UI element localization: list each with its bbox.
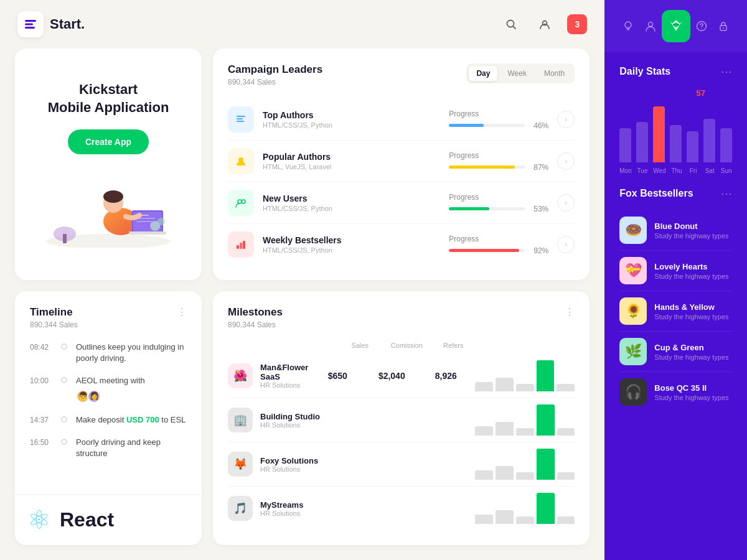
fox-item[interactable]: 🍩 Blue Donut Study the highway types bbox=[619, 210, 732, 251]
timeline-time: 14:37 bbox=[30, 414, 52, 424]
svg-point-31 bbox=[673, 24, 675, 26]
progress-pct: 53% bbox=[530, 205, 548, 213]
progress-label: Progress bbox=[449, 151, 548, 160]
bar-item bbox=[703, 119, 715, 162]
progress-bar-wrap: 46% bbox=[449, 121, 548, 130]
timeline-dot bbox=[61, 377, 67, 383]
campaign-row-arrow[interactable]: › bbox=[557, 152, 575, 170]
svg-rect-22 bbox=[237, 121, 244, 122]
ms-bar bbox=[516, 516, 534, 525]
right-panel: Daily Stats ⋯ 57 MonTueWedThuFriSatSun F… bbox=[604, 0, 747, 560]
campaign-row-tags: HTML/CSS/JS, Python bbox=[263, 205, 440, 212]
timeline-item: 14:37 Make deposit USD 700 to ESL bbox=[30, 414, 187, 426]
ms-bar bbox=[475, 515, 493, 524]
timeline-dot bbox=[61, 439, 67, 445]
react-label: React bbox=[60, 508, 114, 531]
notification-badge[interactable]: 3 bbox=[567, 14, 587, 34]
fox-item[interactable]: 🌻 Hands & Yellow Study the highway types bbox=[619, 291, 732, 332]
timeline-item: 16:50 Poorly driving and keep structure bbox=[30, 437, 187, 459]
fox-item[interactable]: 🎧 Bose QC 35 II Study the highway types bbox=[619, 372, 732, 412]
milestones-row: 🎵 MyStreams HR Solutions bbox=[228, 487, 575, 530]
daily-stats-section: Daily Stats ⋯ 57 MonTueWedThuFriSatSun bbox=[604, 52, 747, 187]
fox-items-list: 🍩 Blue Donut Study the highway types 💝 L… bbox=[619, 210, 732, 412]
progress-pct: 87% bbox=[530, 163, 548, 172]
search-icon[interactable] bbox=[500, 13, 522, 35]
bar-label: Fri bbox=[687, 167, 699, 174]
timeline-dots[interactable]: ⋮ bbox=[177, 306, 187, 318]
campaign-title: Campaign Leaders bbox=[228, 63, 322, 76]
bar-label: Mon bbox=[619, 167, 631, 174]
bar-item bbox=[720, 128, 732, 162]
profile-icon[interactable] bbox=[533, 13, 556, 35]
campaign-row-arrow[interactable]: › bbox=[557, 194, 575, 212]
icon-lock[interactable] bbox=[712, 14, 735, 39]
ms-bar bbox=[475, 470, 493, 480]
campaign-row-icon bbox=[228, 190, 254, 216]
campaign-row-icon bbox=[228, 106, 254, 133]
create-app-button[interactable]: Create App bbox=[68, 129, 149, 154]
timeline-dot bbox=[61, 343, 67, 350]
svg-rect-16 bbox=[136, 221, 152, 222]
ms-sub: HR Solutions bbox=[260, 465, 360, 473]
campaign-row-arrow[interactable]: › bbox=[557, 111, 575, 128]
svg-rect-8 bbox=[63, 234, 67, 243]
icon-bulb[interactable] bbox=[617, 14, 639, 39]
icon-question[interactable] bbox=[690, 14, 713, 39]
icon-person[interactable] bbox=[639, 14, 662, 39]
icon-fox[interactable] bbox=[662, 10, 690, 42]
progress-bar-wrap: 92% bbox=[449, 246, 548, 255]
ms-refers-col: 8,926 bbox=[424, 371, 467, 381]
ms-name: Foxy Solutions bbox=[260, 456, 360, 465]
ms-sub: HR Solutions bbox=[260, 381, 308, 389]
tab-day[interactable]: Day bbox=[469, 66, 497, 81]
svg-rect-1 bbox=[25, 24, 33, 26]
bar-fill bbox=[636, 122, 648, 162]
daily-stats-dots[interactable]: ⋯ bbox=[721, 65, 732, 78]
ms-name: Man&Flower SaaS bbox=[260, 363, 308, 381]
campaign-row-arrow[interactable]: › bbox=[557, 236, 575, 253]
react-badge: ⚛ React bbox=[15, 494, 202, 545]
campaign-row-tags: HTML, VueJS, Laravel bbox=[263, 163, 440, 170]
ms-info: Man&Flower SaaS HR Solutions bbox=[260, 363, 308, 389]
fox-thumb: 🌻 bbox=[619, 297, 647, 325]
timeline-subtitle: 890,344 Sales bbox=[30, 320, 78, 329]
ms-bar bbox=[557, 428, 575, 436]
svg-point-29 bbox=[625, 22, 631, 28]
progress-pct: 92% bbox=[530, 246, 548, 255]
fox-item[interactable]: 🌿 Cup & Green Study the highway types bbox=[619, 332, 732, 372]
main-area: Start. 3 Kickstart Mobile A bbox=[0, 0, 604, 560]
bar-fill bbox=[653, 106, 665, 162]
milestones-dots[interactable]: ⋮ bbox=[565, 306, 575, 318]
progress-bar-bg bbox=[449, 124, 525, 127]
milestones-header: Milestones 890,344 Sales ⋮ bbox=[228, 306, 575, 329]
svg-rect-26 bbox=[237, 245, 239, 249]
bar-label: Tue bbox=[637, 167, 649, 174]
progress-bar-fill bbox=[449, 124, 484, 127]
svg-rect-17 bbox=[129, 231, 166, 235]
fox-bestsellers-dots[interactable]: ⋯ bbox=[721, 187, 732, 200]
tab-week[interactable]: Week bbox=[500, 66, 533, 81]
ms-bar bbox=[516, 384, 534, 392]
fox-item-sub: Study the highway types bbox=[654, 353, 732, 361]
timeline-text: Poorly driving and keep structure bbox=[76, 437, 187, 459]
milestones-title: Milestones bbox=[228, 306, 283, 319]
bars-row bbox=[619, 100, 732, 162]
fox-item-name: Bose QC 35 II bbox=[654, 383, 732, 393]
bar-label: Sun bbox=[720, 167, 732, 174]
bar-fill bbox=[720, 128, 732, 162]
ms-icon: 🦊 bbox=[228, 452, 253, 477]
ms-bar bbox=[475, 426, 493, 436]
campaign-leaders-card: Campaign Leaders 890,344 Sales Day Week … bbox=[213, 49, 590, 280]
fox-item[interactable]: 💝 Lovely Hearts Study the highway types bbox=[619, 251, 732, 291]
timeline-list: 08:42 Outlines keep you indulging in poo… bbox=[30, 342, 187, 459]
svg-rect-0 bbox=[25, 20, 36, 22]
logo-text: Start. bbox=[50, 16, 85, 32]
campaign-rows: Top Authors HTML/CSS/JS, Python Progress… bbox=[228, 99, 575, 265]
progress-section: Progress 46% bbox=[449, 110, 548, 130]
bar-label: Thu bbox=[671, 167, 683, 174]
tab-month[interactable]: Month bbox=[537, 66, 572, 81]
campaign-row: Weekly Bestsellers HTML/CSS/JS, Python P… bbox=[228, 224, 575, 265]
timeline-text: AEOL meeting with 👦 👩 bbox=[76, 375, 145, 403]
progress-section: Progress 92% bbox=[449, 235, 548, 255]
logo-area: Start. bbox=[17, 11, 85, 37]
